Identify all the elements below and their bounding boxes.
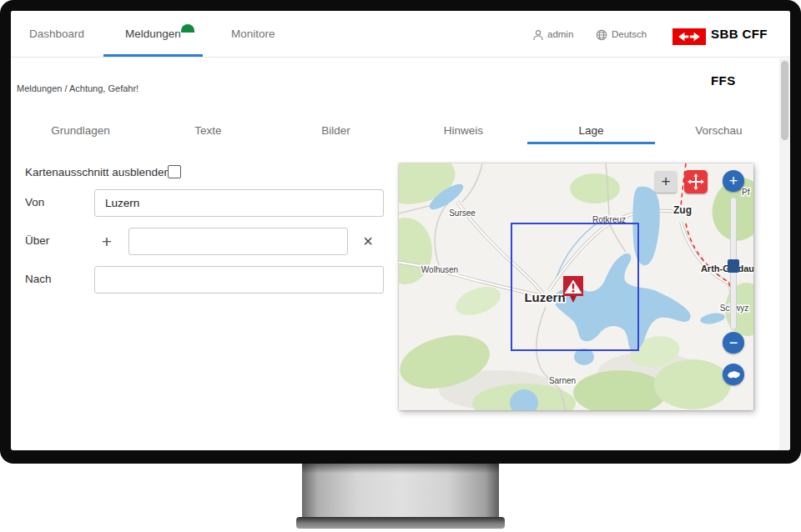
monitor-stand-base xyxy=(296,517,505,529)
tab-vorschau[interactable]: Vorschau xyxy=(655,117,783,144)
von-input[interactable] xyxy=(94,189,384,217)
brand-text: SBB CFF FFS xyxy=(711,11,790,58)
scrollbar-thumb[interactable] xyxy=(781,61,788,140)
map-expand-button[interactable]: + xyxy=(655,171,677,193)
move-arrows-icon xyxy=(687,173,705,191)
sbb-logo-icon xyxy=(673,28,706,45)
globe-icon xyxy=(596,29,607,41)
map-canvas[interactable]: Sursee Rotkreuz Zug Pf Wolhusen Luzern A… xyxy=(399,163,753,410)
place-label: Luzern xyxy=(524,290,565,304)
tab-lage[interactable]: Lage xyxy=(527,117,655,144)
tab-active-underline xyxy=(527,142,655,144)
screen: Dashboard Meldungen Monitore admin Deuts… xyxy=(11,11,790,450)
breadcrumb: Meldungen / Achtung, Gefahr! xyxy=(17,83,139,93)
zoom-in-button[interactable]: + xyxy=(723,170,744,192)
nav-item-dashboard[interactable]: Dashboard xyxy=(29,11,84,58)
place-label: Wolhusen xyxy=(421,265,458,274)
map-pan-button[interactable] xyxy=(684,170,708,193)
nach-input[interactable] xyxy=(94,266,384,294)
top-navigation: Dashboard Meldungen Monitore admin Deuts… xyxy=(11,11,790,58)
hide-map-label: Kartenausschnitt ausblenden xyxy=(25,166,170,179)
nav-item-meldungen[interactable]: Meldungen xyxy=(125,11,181,58)
zoom-to-switzerland-button[interactable] xyxy=(723,364,744,385)
nav-item-monitore[interactable]: Monitore xyxy=(231,11,275,58)
user-icon xyxy=(532,29,544,41)
clear-via-button[interactable]: × xyxy=(358,229,378,253)
add-via-button[interactable]: + xyxy=(97,230,117,253)
place-label: Pf xyxy=(742,188,750,197)
zoom-out-button[interactable]: − xyxy=(723,332,744,354)
map-container: Sursee Rotkreuz Zug Pf Wolhusen Luzern A… xyxy=(399,163,753,410)
meldungen-notification-badge xyxy=(181,24,194,33)
place-label: Sursee xyxy=(449,208,476,218)
hide-map-checkbox[interactable] xyxy=(168,165,181,178)
tab-grundlagen[interactable]: Grundlagen xyxy=(17,117,144,144)
ueber-label: Über xyxy=(25,234,49,248)
von-label: Von xyxy=(25,196,44,209)
zoom-slider[interactable] xyxy=(730,197,737,330)
vertical-scrollbar[interactable] xyxy=(779,58,790,450)
place-label: Sarnen xyxy=(549,376,576,385)
nach-label: Nach xyxy=(25,273,52,286)
tab-hinweis[interactable]: Hinweis xyxy=(400,117,527,144)
nav-active-underline xyxy=(103,54,203,57)
language-menu[interactable]: Deutsch xyxy=(612,11,647,58)
place-label: Zug xyxy=(673,204,692,216)
ueber-input[interactable] xyxy=(128,228,348,255)
zoom-slider-handle[interactable] xyxy=(728,259,739,273)
switzerland-icon xyxy=(727,370,741,379)
tab-texte[interactable]: Texte xyxy=(144,117,272,144)
tab-lage-label: Lage xyxy=(578,124,603,137)
user-menu[interactable]: admin xyxy=(547,11,573,58)
tab-bilder[interactable]: Bilder xyxy=(272,117,400,144)
tab-bar: Grundlagen Texte Bilder Hinweis Lage Vor… xyxy=(17,117,783,144)
